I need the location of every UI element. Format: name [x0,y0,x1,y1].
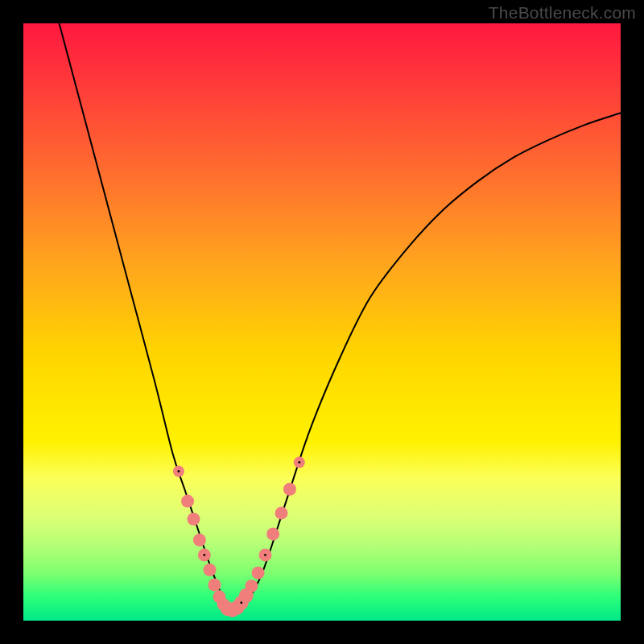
highlight-point [193,534,206,547]
highlight-point [181,495,194,508]
highlight-point-center [240,601,242,604]
highlight-point [245,580,258,592]
highlight-point [204,564,217,576]
curve-layer [60,23,624,612]
highlight-point-center [203,554,205,556]
highlight-point [266,527,279,540]
bottleneck-curve [60,23,624,612]
highlight-point [275,506,288,519]
highlight-point [283,483,296,496]
highlight-point-center [264,554,266,556]
chart-frame: TheBottleneck.com [0,0,644,644]
highlight-points-layer [173,456,305,617]
highlight-point-center [298,461,300,464]
highlight-point-center [178,470,180,473]
watermark-text: TheBottleneck.com [489,3,636,23]
highlight-point [252,567,265,580]
highlight-point [208,578,221,591]
plot-svg [23,23,621,621]
highlight-point [187,513,200,526]
